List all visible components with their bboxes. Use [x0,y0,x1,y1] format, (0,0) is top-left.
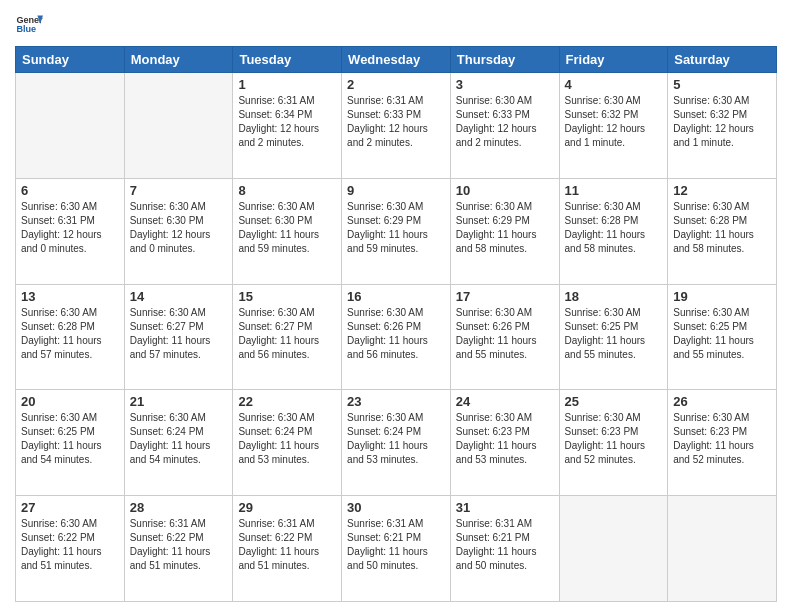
day-number: 13 [21,289,119,304]
day-cell: 10Sunrise: 6:30 AMSunset: 6:29 PMDayligh… [450,178,559,284]
cell-content: Sunrise: 6:30 AMSunset: 6:27 PMDaylight:… [238,306,336,362]
sunrise-text: Sunrise: 6:30 AM [347,200,445,214]
daylight-text: Daylight: 11 hours and 50 minutes. [456,545,554,573]
daylight-text: Daylight: 11 hours and 55 minutes. [565,334,663,362]
sunrise-text: Sunrise: 6:31 AM [347,517,445,531]
daylight-text: Daylight: 11 hours and 57 minutes. [21,334,119,362]
calendar-table: SundayMondayTuesdayWednesdayThursdayFrid… [15,46,777,602]
day-cell: 12Sunrise: 6:30 AMSunset: 6:28 PMDayligh… [668,178,777,284]
sunset-text: Sunset: 6:27 PM [238,320,336,334]
sunrise-text: Sunrise: 6:30 AM [238,411,336,425]
weekday-header-friday: Friday [559,47,668,73]
sunrise-text: Sunrise: 6:30 AM [673,411,771,425]
cell-content: Sunrise: 6:30 AMSunset: 6:29 PMDaylight:… [347,200,445,256]
day-cell: 15Sunrise: 6:30 AMSunset: 6:27 PMDayligh… [233,284,342,390]
day-cell: 19Sunrise: 6:30 AMSunset: 6:25 PMDayligh… [668,284,777,390]
calendar-page: General Blue SundayMondayTuesdayWednesda… [0,0,792,612]
sunrise-text: Sunrise: 6:30 AM [565,411,663,425]
cell-content: Sunrise: 6:30 AMSunset: 6:26 PMDaylight:… [456,306,554,362]
sunset-text: Sunset: 6:27 PM [130,320,228,334]
day-cell: 23Sunrise: 6:30 AMSunset: 6:24 PMDayligh… [342,390,451,496]
daylight-text: Daylight: 11 hours and 54 minutes. [21,439,119,467]
day-cell: 1Sunrise: 6:31 AMSunset: 6:34 PMDaylight… [233,73,342,179]
cell-content: Sunrise: 6:30 AMSunset: 6:26 PMDaylight:… [347,306,445,362]
cell-content: Sunrise: 6:30 AMSunset: 6:28 PMDaylight:… [21,306,119,362]
sunset-text: Sunset: 6:26 PM [456,320,554,334]
day-number: 15 [238,289,336,304]
sunset-text: Sunset: 6:31 PM [21,214,119,228]
day-number: 24 [456,394,554,409]
sunset-text: Sunset: 6:22 PM [238,531,336,545]
sunset-text: Sunset: 6:25 PM [565,320,663,334]
day-cell: 8Sunrise: 6:30 AMSunset: 6:30 PMDaylight… [233,178,342,284]
header: General Blue [15,10,777,38]
day-cell: 13Sunrise: 6:30 AMSunset: 6:28 PMDayligh… [16,284,125,390]
cell-content: Sunrise: 6:30 AMSunset: 6:23 PMDaylight:… [565,411,663,467]
day-cell: 9Sunrise: 6:30 AMSunset: 6:29 PMDaylight… [342,178,451,284]
sunrise-text: Sunrise: 6:30 AM [673,200,771,214]
day-cell: 21Sunrise: 6:30 AMSunset: 6:24 PMDayligh… [124,390,233,496]
sunset-text: Sunset: 6:29 PM [456,214,554,228]
sunset-text: Sunset: 6:33 PM [456,108,554,122]
svg-text:Blue: Blue [16,24,36,34]
sunrise-text: Sunrise: 6:31 AM [238,517,336,531]
sunset-text: Sunset: 6:23 PM [673,425,771,439]
daylight-text: Daylight: 11 hours and 57 minutes. [130,334,228,362]
sunrise-text: Sunrise: 6:30 AM [456,306,554,320]
day-number: 23 [347,394,445,409]
day-cell [668,496,777,602]
cell-content: Sunrise: 6:30 AMSunset: 6:23 PMDaylight:… [673,411,771,467]
daylight-text: Daylight: 11 hours and 59 minutes. [347,228,445,256]
sunset-text: Sunset: 6:28 PM [673,214,771,228]
cell-content: Sunrise: 6:30 AMSunset: 6:28 PMDaylight:… [565,200,663,256]
cell-content: Sunrise: 6:30 AMSunset: 6:28 PMDaylight:… [673,200,771,256]
sunrise-text: Sunrise: 6:31 AM [347,94,445,108]
day-number: 16 [347,289,445,304]
day-cell [124,73,233,179]
cell-content: Sunrise: 6:30 AMSunset: 6:32 PMDaylight:… [565,94,663,150]
daylight-text: Daylight: 12 hours and 2 minutes. [456,122,554,150]
day-number: 21 [130,394,228,409]
sunrise-text: Sunrise: 6:31 AM [130,517,228,531]
day-number: 5 [673,77,771,92]
sunset-text: Sunset: 6:30 PM [130,214,228,228]
logo: General Blue [15,10,43,38]
week-row-4: 20Sunrise: 6:30 AMSunset: 6:25 PMDayligh… [16,390,777,496]
day-cell: 27Sunrise: 6:30 AMSunset: 6:22 PMDayligh… [16,496,125,602]
day-number: 26 [673,394,771,409]
weekday-header-row: SundayMondayTuesdayWednesdayThursdayFrid… [16,47,777,73]
cell-content: Sunrise: 6:31 AMSunset: 6:33 PMDaylight:… [347,94,445,150]
daylight-text: Daylight: 12 hours and 1 minute. [673,122,771,150]
sunset-text: Sunset: 6:21 PM [347,531,445,545]
sunset-text: Sunset: 6:24 PM [347,425,445,439]
sunset-text: Sunset: 6:26 PM [347,320,445,334]
sunrise-text: Sunrise: 6:30 AM [21,200,119,214]
daylight-text: Daylight: 11 hours and 53 minutes. [238,439,336,467]
weekday-header-saturday: Saturday [668,47,777,73]
day-cell: 5Sunrise: 6:30 AMSunset: 6:32 PMDaylight… [668,73,777,179]
sunrise-text: Sunrise: 6:31 AM [456,517,554,531]
day-cell: 26Sunrise: 6:30 AMSunset: 6:23 PMDayligh… [668,390,777,496]
sunset-text: Sunset: 6:23 PM [456,425,554,439]
daylight-text: Daylight: 11 hours and 55 minutes. [673,334,771,362]
day-cell: 18Sunrise: 6:30 AMSunset: 6:25 PMDayligh… [559,284,668,390]
sunset-text: Sunset: 6:22 PM [21,531,119,545]
sunrise-text: Sunrise: 6:30 AM [565,200,663,214]
sunrise-text: Sunrise: 6:30 AM [673,94,771,108]
cell-content: Sunrise: 6:31 AMSunset: 6:21 PMDaylight:… [456,517,554,573]
day-cell: 4Sunrise: 6:30 AMSunset: 6:32 PMDaylight… [559,73,668,179]
day-number: 27 [21,500,119,515]
daylight-text: Daylight: 11 hours and 52 minutes. [565,439,663,467]
sunrise-text: Sunrise: 6:30 AM [130,411,228,425]
daylight-text: Daylight: 11 hours and 58 minutes. [673,228,771,256]
daylight-text: Daylight: 12 hours and 0 minutes. [130,228,228,256]
sunset-text: Sunset: 6:21 PM [456,531,554,545]
day-cell: 2Sunrise: 6:31 AMSunset: 6:33 PMDaylight… [342,73,451,179]
day-number: 19 [673,289,771,304]
day-number: 7 [130,183,228,198]
sunset-text: Sunset: 6:30 PM [238,214,336,228]
sunrise-text: Sunrise: 6:30 AM [565,94,663,108]
sunset-text: Sunset: 6:23 PM [565,425,663,439]
day-number: 2 [347,77,445,92]
daylight-text: Daylight: 11 hours and 52 minutes. [673,439,771,467]
